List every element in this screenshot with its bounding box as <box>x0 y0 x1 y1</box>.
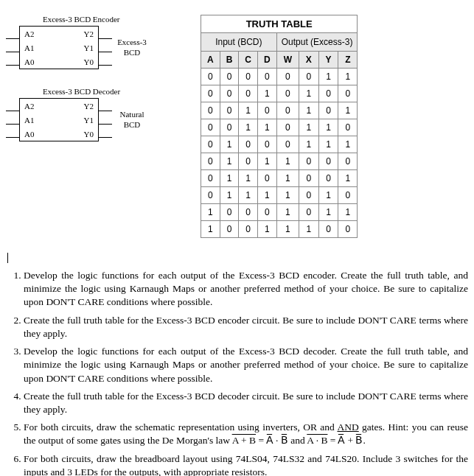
truth-table-title: TRUTH TABLE <box>201 15 358 33</box>
decoder-side-label: Natural BCD <box>112 110 152 129</box>
encoder-pin-left-2: A0 <box>24 57 34 66</box>
question-2: Create the full truth table for the Exce… <box>24 314 468 340</box>
decoder-diagram: Excess-3 BCD Decoder A2Y2 A1Y1 A0Y0 Natu… <box>6 87 190 141</box>
col-header-row: A B C D W X Y Z <box>201 52 358 69</box>
decoder-leads-in <box>6 102 19 138</box>
table-row: 00110110 <box>201 119 358 136</box>
encoder-side-label: Excess-3 BCD <box>112 38 152 57</box>
question-3: Develop the logic functions for each out… <box>24 345 468 385</box>
decoder-chip: A2Y2 A1Y1 A0Y0 <box>19 98 99 141</box>
encoder-pin-right-1: Y1 <box>84 43 94 52</box>
encoder-pin-left-1: A1 <box>24 43 34 52</box>
encoder-diagram: Excess-3 BCD Encoder A2Y2 A1Y1 A0Y0 Exce… <box>6 15 190 69</box>
question-6: For both circuits, draw the breadboard l… <box>24 452 468 476</box>
decoder-pin-right-1: Y1 <box>84 116 94 125</box>
table-row: 10011100 <box>201 221 358 238</box>
table-row: 01111010 <box>201 187 358 204</box>
decoder-pin-left-0: A2 <box>24 102 34 111</box>
question-4: Create the full truth table for the Exce… <box>24 390 468 416</box>
truth-table: TRUTH TABLE Input (BCD) Output (Excess-3… <box>201 15 358 238</box>
encoder-leads-out <box>99 29 112 66</box>
question-5: For both circuits, draw the schematic re… <box>24 421 468 447</box>
table-row: 00000011 <box>201 69 358 85</box>
truth-table-wrap: TRUTH TABLE Input (BCD) Output (Excess-3… <box>201 15 358 238</box>
question-1: Develop the logic functions for each out… <box>24 269 468 309</box>
encoder-pin-right-0: Y2 <box>84 29 94 38</box>
decoder-title: Excess-3 BCD Decoder <box>43 87 190 96</box>
questions-list: Develop the logic functions for each out… <box>6 269 468 476</box>
encoder-pin-right-2: Y0 <box>84 57 94 66</box>
table-row: 10001011 <box>201 204 358 221</box>
encoder-chip: A2Y2 A1Y1 A0Y0 <box>19 26 99 69</box>
decoder-pin-right-0: Y2 <box>84 102 94 111</box>
table-row: 01101001 <box>201 170 358 187</box>
table-row: 00010100 <box>201 85 358 102</box>
encoder-title: Excess-3 BCD Encoder <box>43 15 190 24</box>
decoder-pin-left-1: A1 <box>24 116 34 125</box>
text-cursor-icon <box>7 253 8 263</box>
group-output: Output (Excess-3) <box>276 33 358 52</box>
encoder-leads-in <box>6 29 19 66</box>
decoder-pin-left-2: A0 <box>24 130 34 139</box>
group-input: Input (BCD) <box>201 33 277 52</box>
table-row: 00100101 <box>201 102 358 119</box>
decoder-leads-out <box>99 102 112 138</box>
diagrams-column: Excess-3 BCD Encoder A2Y2 A1Y1 A0Y0 Exce… <box>6 15 190 159</box>
encoder-pin-left-0: A2 <box>24 29 34 38</box>
table-row: 01000111 <box>201 136 358 153</box>
table-row: 01011000 <box>201 153 358 170</box>
decoder-pin-right-2: Y0 <box>84 130 94 139</box>
